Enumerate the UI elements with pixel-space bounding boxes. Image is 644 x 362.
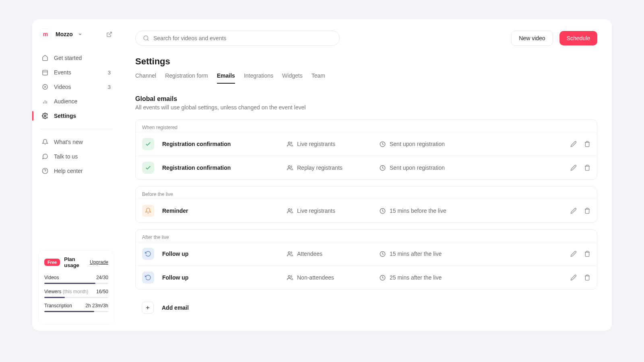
svg-point-21	[288, 275, 290, 277]
people-icon	[287, 275, 293, 281]
group-heading: When registered	[136, 120, 597, 132]
help-icon	[42, 168, 48, 174]
edit-icon[interactable]	[570, 208, 577, 214]
gear-icon	[42, 113, 48, 119]
tab-channel[interactable]: Channel	[135, 72, 156, 84]
email-group: Before the live Reminder Live registrant…	[135, 186, 597, 223]
sidebar: m Mozzo Get started Events	[32, 19, 121, 331]
bell-icon	[142, 205, 154, 217]
tab-registration-form[interactable]: Registration form	[165, 72, 208, 84]
plan-badge: Free	[44, 259, 60, 266]
schedule-button[interactable]: Schedule	[559, 31, 597, 45]
people-icon	[287, 141, 293, 147]
delete-icon[interactable]	[584, 274, 590, 281]
delete-icon[interactable]	[584, 165, 590, 171]
plan-metric: Videos 24/30	[44, 275, 108, 284]
external-link-icon[interactable]	[106, 31, 112, 37]
workspace-name: Mozzo	[56, 31, 73, 37]
divider	[40, 129, 112, 129]
settings-tabs: ChannelRegistration formEmailsIntegratio…	[135, 72, 597, 84]
delete-icon[interactable]	[584, 251, 590, 257]
new-video-button[interactable]: New video	[511, 31, 553, 46]
svg-marker-4	[45, 86, 46, 88]
tab-team[interactable]: Team	[312, 72, 325, 84]
plan-title: Plan usage	[64, 256, 90, 268]
bell-icon	[42, 139, 48, 145]
nav-label: What's new	[54, 139, 83, 145]
chevron-down-icon	[78, 32, 83, 37]
nav-help-center[interactable]: Help center	[39, 164, 114, 178]
edit-icon[interactable]	[570, 274, 577, 281]
edit-icon[interactable]	[570, 165, 577, 171]
calendar-icon	[42, 69, 48, 76]
nav-label: Videos	[54, 84, 71, 90]
nav-label: Help center	[54, 168, 83, 174]
edit-icon[interactable]	[570, 141, 577, 147]
svg-line-12	[147, 39, 149, 41]
svg-point-13	[288, 142, 290, 144]
clock-icon	[380, 251, 386, 257]
upgrade-link[interactable]: Upgrade	[90, 259, 108, 265]
delete-icon[interactable]	[584, 141, 590, 147]
email-name: Follow up	[162, 274, 287, 281]
replay-icon	[142, 248, 154, 260]
email-row[interactable]: Follow up Attendees 15 mins after the li…	[136, 242, 597, 265]
nav-label: Talk to us	[54, 153, 78, 160]
check-icon	[142, 138, 154, 150]
section-title: Global emails	[135, 95, 597, 103]
nav-settings[interactable]: Settings	[39, 109, 114, 123]
email-name: Follow up	[162, 251, 287, 257]
svg-point-8	[44, 115, 46, 117]
nav-label: Settings	[54, 113, 76, 119]
email-audience: Replay registrants	[287, 165, 380, 171]
svg-rect-1	[43, 70, 47, 75]
svg-point-11	[144, 36, 148, 40]
email-group: After the live Follow up Attendees 15 mi…	[135, 229, 597, 290]
group-heading: After the live	[136, 230, 597, 242]
email-name: Registration confirmation	[162, 165, 287, 171]
nav-whats-new[interactable]: What's new	[39, 135, 114, 149]
section-desc: All events will use global settings, unl…	[135, 104, 597, 111]
clock-icon	[380, 141, 386, 147]
nav-get-started[interactable]: Get started	[39, 51, 114, 65]
email-row[interactable]: Registration confirmation Live registran…	[136, 132, 597, 156]
nav-videos[interactable]: Videos 3	[39, 80, 114, 94]
svg-point-15	[288, 165, 290, 167]
group-heading: Before the live	[136, 187, 597, 199]
svg-point-19	[288, 251, 290, 253]
nav-events[interactable]: Events 3	[39, 65, 114, 80]
email-name: Registration confirmation	[162, 141, 287, 147]
email-name: Reminder	[162, 208, 287, 214]
email-row[interactable]: Follow up Non-attendees 25 mins after th…	[136, 265, 597, 289]
email-timing: Sent upon registration	[380, 165, 570, 171]
search-field[interactable]	[135, 31, 340, 46]
tab-integrations[interactable]: Integrations	[244, 72, 273, 84]
search-input[interactable]	[153, 35, 332, 41]
edit-icon[interactable]	[570, 251, 577, 257]
svg-point-17	[288, 208, 290, 210]
nav-count: 3	[108, 70, 111, 76]
nav-talk-to-us[interactable]: Talk to us	[39, 149, 114, 164]
bars-icon	[42, 98, 48, 105]
add-email-button[interactable]: Add email	[135, 296, 597, 319]
add-email-label: Add email	[162, 304, 189, 311]
email-row[interactable]: Reminder Live registrants 15 mins before…	[136, 199, 597, 222]
nav-audience[interactable]: Audience	[39, 94, 114, 109]
clock-icon	[380, 275, 386, 281]
main-content: New video Schedule Settings ChannelRegis…	[121, 19, 612, 331]
search-icon	[143, 35, 149, 41]
page-title: Settings	[135, 56, 597, 67]
chat-icon	[42, 153, 48, 160]
clock-icon	[380, 208, 386, 214]
tab-emails[interactable]: Emails	[217, 72, 235, 84]
workspace-logo: m	[40, 29, 51, 39]
tab-widgets[interactable]: Widgets	[282, 72, 303, 84]
home-icon	[42, 55, 48, 61]
email-timing: Sent upon registration	[380, 141, 570, 147]
delete-icon[interactable]	[584, 208, 590, 214]
clock-icon	[380, 165, 386, 171]
email-row[interactable]: Registration confirmation Replay registr…	[136, 156, 597, 179]
workspace-switcher[interactable]: m Mozzo	[39, 29, 114, 39]
nav-label: Events	[54, 69, 71, 76]
play-icon	[42, 84, 48, 90]
